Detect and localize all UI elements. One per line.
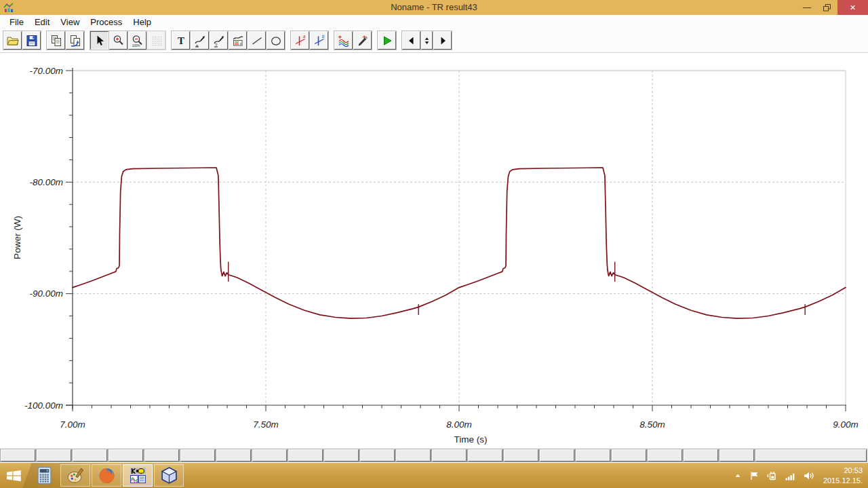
page-tab-wide[interactable] [755, 449, 867, 462]
taskbar-app-tina[interactable] [123, 464, 153, 487]
page-tab[interactable] [73, 449, 107, 462]
zoom-in-icon [112, 34, 125, 48]
page-tab[interactable] [540, 449, 574, 462]
page-tab[interactable] [180, 449, 215, 462]
page-tab[interactable] [612, 449, 646, 462]
diagram-client-area: 7.00m7.50m8.00m8.50m9.00m-70.00m-80.00m-… [0, 53, 868, 449]
page-tab-row [0, 449, 868, 463]
action-center-flag-icon[interactable] [749, 470, 760, 481]
page-tab[interactable] [324, 449, 359, 462]
copy-special-button[interactable] [66, 31, 84, 50]
restore-icon [823, 4, 831, 12]
text-button[interactable]: T [172, 31, 190, 50]
page-tab[interactable] [144, 449, 179, 462]
taskbar-app-firefox[interactable] [92, 464, 121, 487]
select-icon [93, 34, 106, 48]
toolbar: 100%T a ? x a b+ + [0, 29, 868, 53]
copy-icon [50, 34, 63, 48]
page-tab[interactable] [37, 449, 71, 462]
svg-text:T: T [177, 35, 184, 45]
volume-icon[interactable] [802, 470, 814, 481]
page-tab[interactable] [648, 449, 682, 462]
svg-text:b: b [321, 34, 324, 39]
page-tab[interactable] [504, 449, 538, 462]
power-battery-icon[interactable] [766, 470, 778, 481]
prev-page-button[interactable] [402, 31, 420, 50]
run-button[interactable] [378, 31, 396, 50]
save-button[interactable] [22, 31, 41, 50]
taskbar-app-calculator[interactable]: 8 [29, 464, 59, 487]
menu-item-edit[interactable]: Edit [29, 16, 55, 29]
taskbar-app-virtualbox[interactable] [154, 464, 184, 487]
page-tab[interactable] [719, 449, 754, 462]
picker-button[interactable]: + [353, 31, 372, 50]
open-button[interactable] [3, 31, 22, 50]
page-tab[interactable] [360, 449, 395, 462]
x-axis-title: Time (s) [454, 434, 488, 445]
plot-area[interactable]: 7.00m7.50m8.00m8.50m9.00m-70.00m-80.00m-… [0, 53, 868, 449]
zoom-out-100-button[interactable]: 100% [128, 31, 146, 50]
virtualbox-icon [160, 466, 178, 485]
svg-text:?: ? [214, 42, 217, 47]
ellipse-button[interactable] [267, 31, 285, 50]
y-axis-title: Power (W) [12, 216, 22, 259]
page-tab[interactable] [252, 449, 287, 462]
page-tab[interactable] [396, 449, 431, 462]
taskbar-clock[interactable]: 20:53 2015.12.15. [823, 466, 863, 486]
page-tab[interactable] [1, 449, 35, 462]
page-tab[interactable] [432, 449, 467, 462]
page-spinner-button[interactable] [421, 31, 433, 50]
cursor-b-button[interactable]: b [310, 31, 328, 50]
text-icon: T [174, 34, 188, 48]
page-tab[interactable] [468, 449, 502, 462]
firefox-icon [98, 466, 116, 485]
add-curves-button[interactable]: + [334, 31, 353, 50]
clock-time: 20:53 [823, 466, 863, 476]
menu-item-help[interactable]: Help [127, 16, 157, 29]
next-page-icon [436, 34, 450, 48]
marker-help-icon: ? [212, 34, 226, 48]
menu-item-process[interactable]: Process [85, 16, 127, 29]
save-icon [25, 34, 39, 48]
select-button[interactable] [90, 31, 108, 50]
svg-text:a: a [302, 34, 305, 39]
page-tab[interactable] [288, 449, 323, 462]
hidden-icons-chevron-icon[interactable] [733, 471, 743, 481]
marker-a-button[interactable]: a [191, 31, 209, 50]
taskbar-app-paint[interactable] [60, 464, 90, 487]
zoom-in-button[interactable] [109, 31, 127, 50]
legend-button[interactable]: x [229, 31, 247, 50]
x-tick-label: 8.50m [639, 419, 665, 430]
minimize-button[interactable]: — [797, 0, 817, 15]
marker-help-button[interactable]: ? [210, 31, 228, 50]
menu-item-view[interactable]: View [55, 16, 85, 29]
close-button[interactable]: ✕ [837, 0, 868, 15]
cursor-b-icon: b [313, 34, 326, 48]
menu-item-file[interactable]: File [4, 16, 29, 29]
x-tick-label: 7.50m [253, 419, 279, 430]
tina-icon [129, 466, 147, 485]
window-title: Noname - TR result43 [0, 0, 868, 15]
next-page-button[interactable] [433, 31, 452, 50]
page-tab[interactable] [216, 449, 251, 462]
prev-page-icon [405, 34, 418, 48]
grid-icon [150, 34, 163, 48]
run-icon [380, 34, 394, 48]
legend-icon: x [231, 34, 245, 48]
y-tick-label: -80.00m [29, 177, 63, 187]
x-tick-label: 8.00m [446, 419, 472, 430]
copy-button[interactable] [47, 31, 65, 50]
cursor-a-button[interactable]: a [291, 31, 309, 50]
y-tick-label: -100.00m [24, 400, 63, 411]
taskbar: 8 [0, 463, 868, 488]
page-tab[interactable] [108, 449, 143, 462]
line-button[interactable] [248, 31, 266, 50]
page-tab[interactable] [684, 449, 718, 462]
paint-icon [66, 466, 85, 485]
network-signal-icon[interactable] [784, 470, 796, 481]
restore-button[interactable] [817, 0, 837, 15]
start-button[interactable] [0, 463, 28, 488]
window-titlebar: Noname - TR result43 — ✕ [0, 0, 868, 15]
calculator-icon: 8 [35, 466, 54, 485]
page-tab[interactable] [576, 449, 610, 462]
